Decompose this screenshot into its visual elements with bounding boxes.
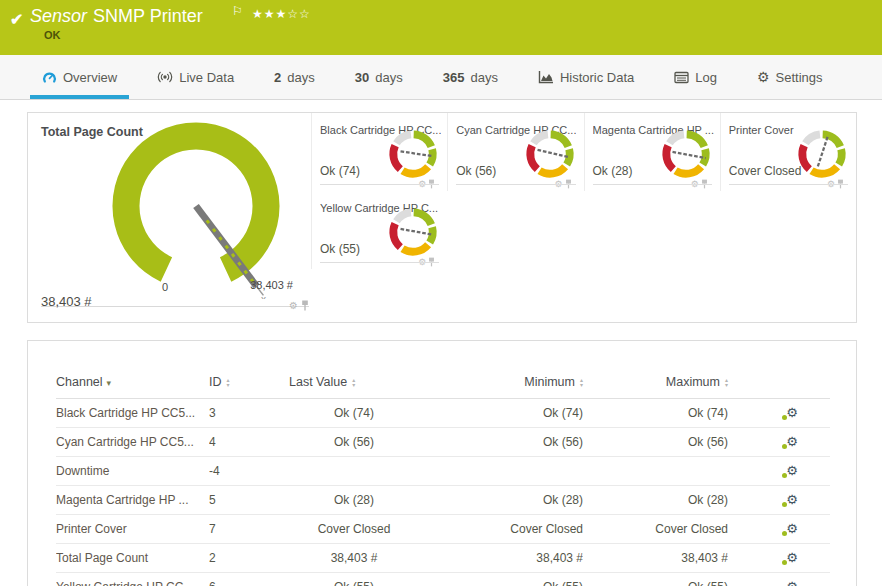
table-row: Cyan Cartridge HP CC5... 4 Ok (56) Ok (5… (56, 428, 830, 457)
pin-icon[interactable] (837, 179, 844, 189)
maximum-cell: Ok (55) (583, 573, 728, 586)
channel-name-cell: Magenta Cartridge HP ... (56, 486, 209, 515)
channel-settings-gear-icon[interactable]: ⚙ (786, 464, 798, 477)
tab-365-days[interactable]: 365 days (443, 55, 498, 99)
pin-icon[interactable] (701, 179, 708, 189)
channel-id-cell: 4 (209, 428, 289, 457)
col-header-id[interactable]: ID▴▾ (209, 375, 289, 399)
channels-panel: Channel▾ ID▴▾ Last Value▴▾ Minimum▴▾ Max… (27, 340, 857, 586)
sort-icon: ▴▾ (580, 378, 583, 388)
tile-value: Ok (56) (456, 164, 496, 178)
pin-icon[interactable] (565, 179, 572, 189)
channel-name-cell: Total Page Count (56, 544, 209, 573)
sort-icon: ▴▾ (352, 378, 355, 388)
channel-id-cell: 6 (209, 573, 289, 586)
channel-settings-gear-icon[interactable]: ⚙ (786, 493, 798, 506)
gauge-max-label: 38,403 # (250, 279, 293, 291)
tab-live-data[interactable]: Live Data (157, 55, 234, 99)
tile-gear-icon[interactable]: ⚙ (418, 179, 426, 189)
small-gauges-grid: Black Cartridge HP CC... Ok (74) ⚙ Cyan … (311, 113, 856, 322)
tab-historic-data-label: Historic Data (560, 70, 634, 85)
last-value-cell: Ok (56) (289, 428, 419, 457)
tile-yellow-cartridge: Yellow Cartridge HP C... Ok (55) ⚙ (311, 191, 447, 269)
channel-settings-gear-icon[interactable]: ⚙ (786, 435, 798, 448)
pin-icon[interactable] (428, 257, 435, 267)
priority-stars[interactable]: ★★★☆☆ (252, 7, 311, 21)
maximum-cell (583, 457, 728, 486)
table-row: Magenta Cartridge HP ... 5 Ok (28) Ok (2… (56, 486, 830, 515)
tile-gear-icon[interactable]: ⚙ (289, 300, 298, 311)
tile-value: Ok (28) (593, 164, 633, 178)
sensor-name: SNMP Printer (93, 6, 203, 26)
table-row: Yellow Cartridge HP CC... 6 Ok (55) Ok (… (56, 573, 830, 586)
channel-settings-gear-icon[interactable]: ⚙ (786, 522, 798, 535)
channel-settings-gear-icon[interactable]: ⚙ (786, 551, 798, 564)
tile-black-cartridge: Black Cartridge HP CC... Ok (74) ⚙ (311, 113, 447, 191)
needle-tip-marker: x (261, 294, 266, 299)
minimum-cell (419, 457, 583, 486)
cyan-cartridge-gauge[interactable] (523, 127, 577, 181)
tab-overview[interactable]: Overview (42, 55, 117, 99)
minimum-cell: Ok (55) (419, 573, 583, 586)
table-row: Printer Cover 7 Cover Closed Cover Close… (56, 515, 830, 544)
minimum-cell: Ok (56) (419, 428, 583, 457)
tile-gear-icon[interactable]: ⚙ (418, 257, 426, 267)
tile-gear-icon[interactable]: ⚙ (554, 179, 562, 189)
tab-settings[interactable]: ⚙ Settings (757, 55, 823, 99)
tile-printer-cover: Printer Cover Cover Closed ⚙ (720, 113, 856, 191)
channel-settings-gear-icon[interactable]: ⚙ (786, 406, 798, 419)
table-row: Black Cartridge HP CC5... 3 Ok (74) Ok (… (56, 399, 830, 428)
tab-365-days-label: days (470, 70, 497, 85)
tab-historic-data[interactable]: Historic Data (538, 55, 634, 99)
channel-settings-gear-icon[interactable]: ⚙ (786, 580, 798, 586)
log-list-icon (674, 71, 689, 84)
sensor-label: Sensor (30, 6, 87, 26)
tile-gear-icon[interactable]: ⚙ (827, 179, 835, 189)
status-ok-check-icon: ✔ (10, 10, 23, 29)
tile-title: Printer Cover (729, 124, 794, 136)
pin-icon[interactable] (301, 300, 309, 311)
tab-2-days-label: days (287, 70, 314, 85)
maximum-cell: Ok (56) (583, 428, 728, 457)
col-header-maximum[interactable]: Maximum▴▾ (583, 375, 728, 399)
last-value-cell: 38,403 # (289, 544, 419, 573)
magenta-cartridge-gauge[interactable] (659, 127, 713, 181)
black-cartridge-gauge[interactable] (386, 127, 440, 181)
tab-2-days[interactable]: 2 days (274, 55, 315, 99)
yellow-cartridge-gauge[interactable] (386, 205, 440, 259)
gauge-min-label: 0 (162, 281, 168, 293)
maximum-cell: Ok (28) (583, 486, 728, 515)
channels-table: Channel▾ ID▴▾ Last Value▴▾ Minimum▴▾ Max… (56, 375, 830, 586)
last-value-cell: Cover Closed (289, 515, 419, 544)
table-header-row: Channel▾ ID▴▾ Last Value▴▾ Minimum▴▾ Max… (56, 375, 830, 399)
tab-30-days-label: days (375, 70, 402, 85)
last-value-cell: Ok (28) (289, 486, 419, 515)
sort-icon: ▴▾ (227, 378, 230, 388)
tab-log[interactable]: Log (674, 55, 717, 99)
maximum-cell: Cover Closed (583, 515, 728, 544)
tab-30-days[interactable]: 30 days (355, 55, 403, 99)
sort-desc-icon: ▾ (107, 378, 112, 388)
col-header-last-value[interactable]: Last Value▴▾ (289, 375, 419, 399)
col-header-minimum[interactable]: Minimum▴▾ (419, 375, 583, 399)
gear-icon: ⚙ (757, 70, 770, 84)
channel-id-cell: 3 (209, 399, 289, 428)
minimum-cell: Cover Closed (419, 515, 583, 544)
prtg-sensor-page: ✔ SensorSNMP Printer ⚐ ★★★☆☆ OK Overview… (0, 0, 882, 586)
tile-value: Cover Closed (729, 164, 802, 178)
minimum-cell: Ok (28) (419, 486, 583, 515)
channel-name-cell: Downtime (56, 457, 209, 486)
channel-id-cell: -4 (209, 457, 289, 486)
col-header-channel[interactable]: Channel▾ (56, 375, 209, 399)
tile-gear-icon[interactable]: ⚙ (691, 179, 699, 189)
maximum-cell: Ok (74) (583, 399, 728, 428)
tile-cyan-cartridge: Cyan Cartridge HP CC... Ok (56) ⚙ (447, 113, 583, 191)
flag-icon: ⚐ (232, 4, 243, 18)
broadcast-icon (157, 70, 173, 84)
last-value-cell: Ok (55) (289, 573, 419, 586)
pin-icon[interactable] (428, 179, 435, 189)
total-page-count-gauge[interactable]: x (58, 121, 308, 299)
area-chart-icon (538, 70, 554, 84)
printer-cover-gauge[interactable] (795, 127, 849, 181)
tab-bar: Overview Live Data 2 days 30 days 365 da… (0, 55, 882, 100)
